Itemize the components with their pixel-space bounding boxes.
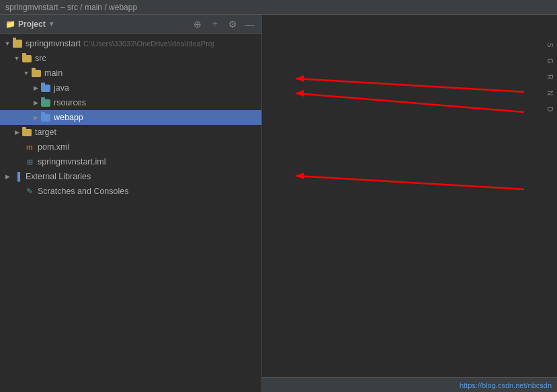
tree-item-target[interactable]: ▶ target (0, 125, 261, 140)
module-icon (12, 38, 23, 49)
arrows-overlay (262, 15, 557, 392)
tree-label-src: src (35, 54, 46, 63)
tree-view: ▼ springmvnstart C:\Users\33033\OneDrive… (0, 34, 261, 392)
main-layout: 📁 Project ▼ ⊕ ÷ ⚙ — ▼ springmv (0, 15, 557, 392)
right-sidebar: S G R N D (542, 35, 557, 119)
arrow-webapp: ▶ (31, 113, 40, 122)
file-icon-iml: ⊞ (24, 156, 35, 167)
svg-marker-1 (296, 75, 304, 82)
panel-header-icons: ⊕ ÷ ⚙ — (191, 18, 256, 30)
tree-item-main[interactable]: ▼ main (0, 66, 261, 81)
panel-folder-icon: 📁 (5, 19, 15, 29)
tree-item-scratches[interactable]: ▶ ✎ Scratches and Consoles (0, 184, 261, 199)
extlib-icon: ▐ (12, 171, 23, 182)
folder-icon-rsources (40, 97, 51, 108)
svg-line-4 (296, 176, 524, 189)
tree-label-iml: springmvnstart.iml (38, 157, 105, 166)
folder-icon-java (40, 83, 51, 93)
tree-item-iml[interactable]: ▶ ⊞ springmvnstart.iml (0, 154, 261, 169)
tree-item-springmvnstart[interactable]: ▼ springmvnstart C:\Users\33033\OneDrive… (0, 36, 261, 51)
scratches-icon: ✎ (24, 186, 35, 197)
add-icon-btn[interactable]: ⊕ (191, 18, 204, 30)
minimize-icon-btn[interactable]: — (244, 18, 256, 30)
tree-label-webapp: webapp (54, 113, 83, 122)
arrow-main: ▼ (22, 68, 31, 78)
arrow-java: ▶ (31, 83, 40, 93)
title-bar-text: springmvnstart – src / main / webapp (5, 3, 137, 12)
svg-line-0 (296, 79, 524, 92)
tree-item-src[interactable]: ▼ src (0, 51, 261, 66)
split-icon-btn[interactable]: ÷ (209, 18, 221, 30)
svg-line-2 (296, 93, 524, 112)
tree-label-scratches: Scratches and Consoles (38, 187, 129, 196)
arrow-target: ▶ (12, 128, 22, 137)
folder-icon-target (22, 127, 32, 138)
panel-header: 📁 Project ▼ ⊕ ÷ ⚙ — (0, 15, 261, 34)
sidebar-btn-r[interactable]: R (544, 70, 556, 85)
tree-label-java: java (54, 83, 69, 93)
arrow-springmvnstart: ▼ (3, 39, 12, 48)
sidebar-btn-d[interactable]: D (544, 102, 556, 117)
settings-icon-btn[interactable]: ⚙ (226, 18, 239, 30)
tree-label-extlibs: External Libraries (26, 172, 91, 181)
panel-header-title[interactable]: 📁 Project ▼ (5, 19, 55, 29)
svg-marker-3 (296, 90, 304, 97)
sidebar-btn-g[interactable]: G (544, 54, 556, 68)
tree-item-webapp[interactable]: ▶ webapp (0, 110, 261, 125)
sidebar-btn-n[interactable]: N (544, 86, 556, 101)
tree-item-rsources[interactable]: ▶ rsources (0, 95, 261, 110)
status-bar: https://blog.csdn.net/nbcsdn (262, 377, 557, 392)
file-icon-pom: m (24, 142, 35, 152)
status-link[interactable]: https://blog.csdn.net/nbcsdn (460, 381, 552, 389)
arrow-src: ▼ (12, 54, 22, 63)
project-panel: 📁 Project ▼ ⊕ ÷ ⚙ — ▼ springmv (0, 15, 262, 392)
tree-item-extlibs[interactable]: ▶ ▐ External Libraries (0, 169, 261, 184)
tree-label-rsources: rsources (54, 98, 86, 107)
arrow-rsources: ▶ (31, 98, 40, 107)
sidebar-btn-s[interactable]: S (544, 38, 556, 52)
tree-item-pom[interactable]: ▶ m pom.xml (0, 140, 261, 154)
tree-item-java[interactable]: ▶ java (0, 81, 261, 95)
svg-marker-5 (296, 173, 304, 179)
folder-icon-src (22, 53, 32, 64)
folder-icon-webapp (40, 112, 51, 123)
tree-label-springmvnstart: springmvnstart (26, 39, 81, 48)
tree-label-target: target (35, 128, 56, 137)
tree-path-springmvnstart: C:\Users\33033\OneDrive\Idea\IdeaProj (83, 40, 214, 48)
folder-icon-main (31, 68, 42, 79)
right-area: S G R N D https://blog.csdn.net/nbcsdn (262, 15, 557, 392)
title-bar: springmvnstart – src / main / webapp (0, 0, 557, 15)
panel-title-arrow: ▼ (48, 20, 55, 28)
tree-label-main: main (44, 68, 62, 78)
tree-label-pom: pom.xml (38, 142, 69, 152)
arrow-extlibs: ▶ (3, 172, 12, 181)
panel-title-label: Project (18, 19, 46, 29)
